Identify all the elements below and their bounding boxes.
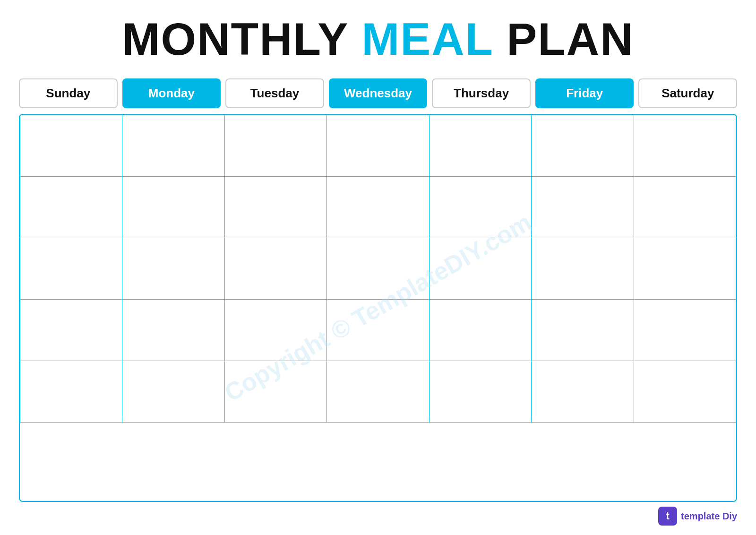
day-saturday[interactable]: Saturday [638,78,737,108]
day-monday[interactable]: Monday [122,78,221,108]
grid-cell[interactable] [532,299,634,361]
grid-cell[interactable] [429,176,531,238]
grid-cell[interactable] [20,361,122,422]
logo-text-diy: Diy [722,511,737,521]
grid-cell[interactable] [122,176,224,238]
title-part3: PLAN [493,14,634,64]
grid-cell[interactable] [20,238,122,299]
grid-cell[interactable] [634,299,736,361]
grid-cell[interactable] [634,361,736,422]
grid-cell[interactable] [122,238,224,299]
logo-letter: t [666,510,669,522]
grid-cell[interactable] [20,115,122,176]
grid-cell[interactable] [224,115,326,176]
grid-cell[interactable] [122,115,224,176]
grid-cell[interactable] [532,176,634,238]
table-row [20,238,736,299]
page-title: MONTHLY MEAL PLAN [122,14,634,64]
footer-logo: t template Diy [658,507,737,526]
table-row [20,176,736,238]
table-row [20,115,736,176]
logo-icon: t [658,507,677,526]
grid-cell[interactable] [122,299,224,361]
title-part2: MEAL [361,14,493,64]
grid-cell[interactable] [224,238,326,299]
grid-cell[interactable] [327,299,429,361]
grid-cell[interactable] [20,176,122,238]
grid-cell[interactable] [327,361,429,422]
grid-cell[interactable] [532,115,634,176]
grid-cell[interactable] [224,176,326,238]
grid-table [20,115,736,423]
grid-cell[interactable] [224,361,326,422]
footer: t template Diy [19,502,737,526]
logo-text-colored: t [681,511,684,521]
logo-text: template Diy [681,511,737,522]
grid-cell[interactable] [429,299,531,361]
grid-cell[interactable] [429,238,531,299]
day-friday[interactable]: Friday [535,78,634,108]
grid-cell[interactable] [532,361,634,422]
grid-cell[interactable] [327,115,429,176]
table-row [20,361,736,422]
days-header: Sunday Monday Tuesday Wednesday Thursday… [19,78,737,108]
grid-cell[interactable] [634,238,736,299]
table-row [20,299,736,361]
logo-text-plain: emplate [684,511,722,521]
day-wednesday[interactable]: Wednesday [329,78,428,108]
grid-cell[interactable] [224,299,326,361]
grid-cell[interactable] [327,176,429,238]
grid-cell[interactable] [634,176,736,238]
grid-cell[interactable] [532,238,634,299]
grid-cell[interactable] [20,299,122,361]
meal-grid: Copyright © TemplateDIY.com [19,114,737,502]
day-tuesday[interactable]: Tuesday [225,78,324,108]
grid-cell[interactable] [429,115,531,176]
grid-cell[interactable] [429,361,531,422]
day-sunday[interactable]: Sunday [19,78,118,108]
title-part1: MONTHLY [122,14,362,64]
grid-cell[interactable] [327,238,429,299]
grid-cell[interactable] [122,361,224,422]
grid-cell[interactable] [634,115,736,176]
day-thursday[interactable]: Thursday [432,78,531,108]
